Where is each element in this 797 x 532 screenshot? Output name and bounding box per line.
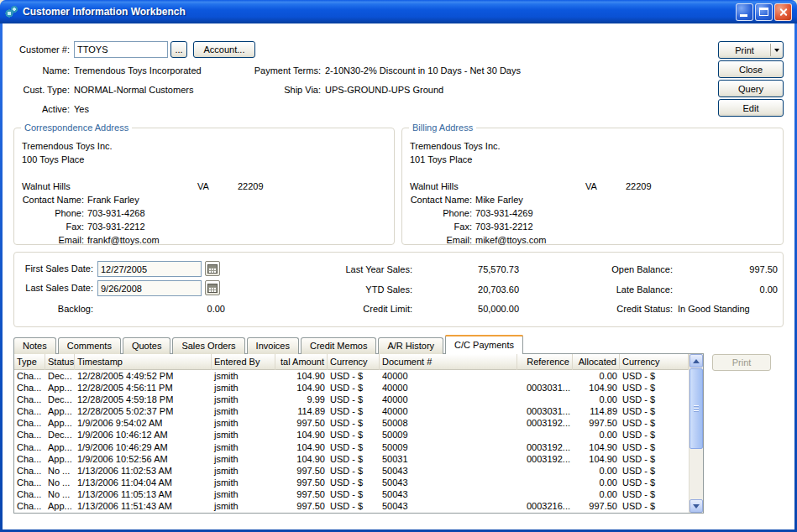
column-header-2[interactable]: Timestamp <box>75 354 212 370</box>
column-header-6[interactable]: Document # <box>380 354 517 370</box>
tab-sales-orders[interactable]: Sales Orders <box>172 337 244 354</box>
table-row[interactable]: Cha...App...12/28/2005 4:56:11 PMjsmith1… <box>14 382 689 394</box>
credit-limit-label: Credit Limit: <box>291 304 412 315</box>
cell-entered_by: jsmith <box>212 370 275 382</box>
table-row[interactable]: Cha...App...1/13/2006 11:51:43 AMjsmith9… <box>14 500 689 512</box>
cell-currency: USD - $ <box>328 370 380 382</box>
last-year-sales-label: Last Year Sales: <box>291 264 412 275</box>
cell-entered_by: jsmith <box>212 488 275 500</box>
ytd-sales-label: YTD Sales: <box>291 284 412 295</box>
cell-type: Cha... <box>14 465 45 477</box>
correspondence-address-title: Correspondence Address <box>21 123 132 133</box>
tab-c-c-payments[interactable]: C/C Payments <box>445 335 523 354</box>
table-row[interactable]: Cha...App...1/9/2006 9:54:02 AMjsmith997… <box>14 417 689 429</box>
cell-timestamp: 12/28/2005 4:49:52 PM <box>75 370 212 382</box>
table-print-button[interactable]: Print <box>712 354 771 371</box>
cell-total: 997.50 <box>275 488 328 500</box>
customer-lookup-button[interactable]: ... <box>170 41 187 58</box>
contact-name-value: Mike Farley <box>475 195 523 205</box>
title-bar[interactable]: Customer Information Workbench <box>0 0 797 23</box>
fax-value: 703-931-2212 <box>475 222 533 232</box>
table-row[interactable]: Cha...No ...1/13/2006 11:05:13 AMjsmith9… <box>14 488 689 500</box>
customer-number-input[interactable] <box>74 41 168 58</box>
minimize-button[interactable] <box>736 3 753 21</box>
tab-comments[interactable]: Comments <box>58 337 121 354</box>
first-sales-date-label: First Sales Date: <box>18 263 93 274</box>
cell-status: No ... <box>45 488 75 500</box>
cell-document: 50043 <box>380 477 517 488</box>
company-line: Tremendous Toys Inc. <box>410 141 501 151</box>
column-header-3[interactable]: Entered By <box>212 354 275 370</box>
late-balance-value: 0.00 <box>678 284 778 295</box>
arrow-up-icon <box>693 359 700 363</box>
column-header-8[interactable]: Allocated <box>573 354 620 370</box>
scroll-up-button[interactable] <box>690 354 703 368</box>
table-row[interactable]: Cha...App...1/9/2006 10:46:29 AMjsmith10… <box>14 441 689 453</box>
print-button[interactable]: Print <box>718 41 784 59</box>
vertical-scrollbar[interactable] <box>689 354 703 513</box>
cell-currency: USD - $ <box>328 465 380 477</box>
close-button[interactable] <box>774 3 792 21</box>
ship-via-label: Ship Via: <box>250 85 321 96</box>
cell-currency: USD - $ <box>328 405 380 417</box>
scroll-down-button[interactable] <box>690 499 703 513</box>
cell-allocated: 0.00 <box>573 465 620 477</box>
customer-row: Customer #: ... Account... <box>16 41 255 58</box>
tab-invoices[interactable]: Invoices <box>247 337 299 354</box>
column-header-0[interactable]: Type <box>14 354 45 370</box>
cell-type: Cha... <box>14 500 45 512</box>
contact-name-value: Frank Farley <box>87 195 139 205</box>
cell-document: 40000 <box>380 382 517 394</box>
cell-status: App... <box>45 453 75 465</box>
tab-quotes[interactable]: Quotes <box>123 337 170 354</box>
cell-allocated: 0.00 <box>573 394 620 405</box>
edit-button[interactable]: Edit <box>718 99 784 117</box>
tab-notes[interactable]: Notes <box>13 337 56 354</box>
maximize-button[interactable] <box>755 3 773 21</box>
column-header-9[interactable]: Currency <box>620 354 689 370</box>
scrollbar-thumb[interactable] <box>690 368 703 449</box>
ytd-sales-value: 20,703.60 <box>417 284 519 295</box>
table-row[interactable]: Cha...Dec...1/9/2006 10:46:12 AMjsmith10… <box>14 429 689 441</box>
table-row[interactable]: Cha...App...1/9/2006 10:52:56 AMjsmith10… <box>14 453 689 465</box>
cell-total: 104.90 <box>275 382 328 394</box>
last-sales-date-calendar-button[interactable] <box>205 280 220 295</box>
cell-timestamp: 1/13/2006 11:05:13 AM <box>75 488 212 500</box>
last-sales-date-input[interactable] <box>97 280 202 296</box>
column-header-7[interactable]: Reference <box>517 354 573 370</box>
table-row[interactable]: Cha...App...12/28/2005 5:02:37 PMjsmith1… <box>14 405 689 417</box>
cell-total: 104.90 <box>275 441 328 453</box>
cell-document: 50043 <box>380 465 517 477</box>
column-header-5[interactable]: Currency <box>328 354 380 370</box>
query-button[interactable]: Query <box>718 80 784 97</box>
cell-document: 50031 <box>380 453 517 465</box>
column-header-1[interactable]: Status <box>45 354 75 370</box>
print-dropdown-icon[interactable] <box>771 42 783 58</box>
table-row[interactable]: Cha...Dec...12/28/2005 4:49:52 PMjsmith1… <box>14 370 689 382</box>
first-sales-date-calendar-button[interactable] <box>205 261 220 276</box>
account-button[interactable]: Account... <box>193 41 255 58</box>
credit-status-label: Credit Status: <box>552 304 673 315</box>
cell-status: No ... <box>45 465 75 477</box>
table-row[interactable]: Cha...Dec...12/28/2005 4:59:18 PMjsmith9… <box>14 394 689 405</box>
cell-status: App... <box>45 500 75 512</box>
first-sales-date-input[interactable] <box>97 261 202 277</box>
cell-reference: 0003031... <box>517 382 573 394</box>
table-row[interactable]: Cha...No ...1/13/2006 11:02:53 AMjsmith9… <box>14 465 689 477</box>
cell-total: 104.90 <box>275 370 328 382</box>
cell-total: 997.50 <box>275 500 328 512</box>
column-header-4[interactable]: tal Amount <box>275 354 328 370</box>
active-label: Active: <box>16 104 70 115</box>
close-window-button[interactable]: Close <box>718 60 784 78</box>
last-sales-date-label: Last Sales Date: <box>18 283 93 294</box>
open-balance-label: Open Balance: <box>552 264 673 275</box>
cell-document: 40000 <box>380 370 517 382</box>
cell-currency2: USD - $ <box>620 394 689 405</box>
tab-credit-memos[interactable]: Credit Memos <box>301 337 376 354</box>
cell-status: No ... <box>45 477 75 488</box>
table-row[interactable]: Cha...No ...1/13/2006 11:04:04 AMjsmith9… <box>14 477 689 488</box>
cell-currency2: USD - $ <box>620 382 689 394</box>
tab-a-r-history[interactable]: A/R History <box>378 337 443 354</box>
cell-currency: USD - $ <box>328 453 380 465</box>
late-balance-label: Late Balance: <box>552 284 673 295</box>
